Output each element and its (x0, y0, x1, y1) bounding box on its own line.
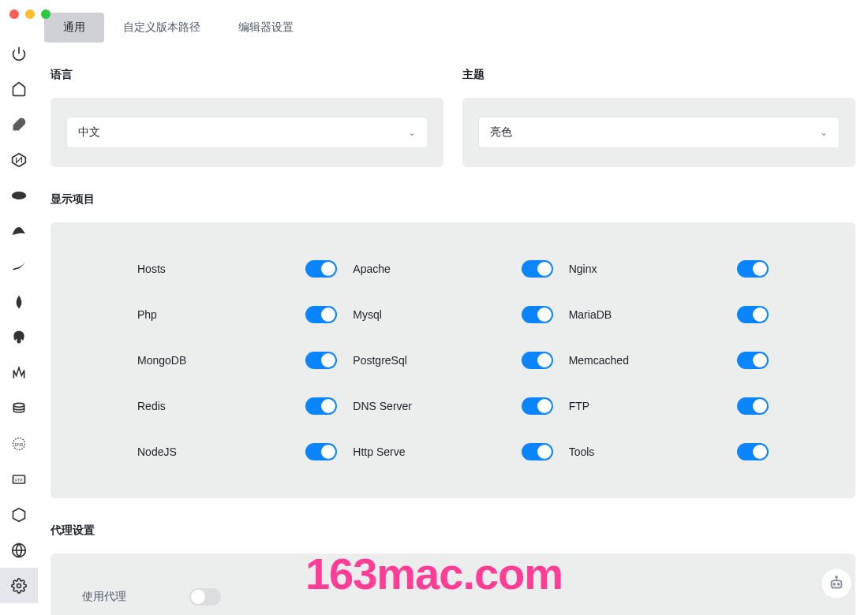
theme-select[interactable]: 亮色 ⌄ (478, 117, 840, 148)
section-title-theme: 主题 (462, 68, 855, 82)
show-items-card: HostsApacheNginxPhpMysqlMariaDBMongoDBPo… (51, 222, 855, 498)
proxy-label: 使用代理 (82, 590, 126, 604)
toggle-switch[interactable] (522, 306, 553, 323)
sidebar-item-postgresql[interactable] (0, 319, 38, 355)
toggle-item: MariaDB (569, 306, 769, 323)
toggle-label: NodeJS (137, 445, 290, 458)
mysql-icon (11, 223, 27, 239)
toggle-switch[interactable] (522, 443, 553, 460)
sidebar-item-mongodb[interactable] (0, 284, 38, 319)
toggle-item: Hosts (137, 260, 337, 278)
maximize-window-button[interactable] (41, 9, 51, 19)
feather-icon (11, 117, 27, 132)
toggle-label: Hosts (137, 263, 290, 275)
tab-general[interactable]: 通用 (44, 13, 104, 43)
toggle-switch[interactable] (305, 352, 337, 369)
nodejs-icon (11, 507, 27, 523)
toggle-label: Mysql (353, 308, 505, 321)
svg-text:DNS: DNS (15, 442, 24, 446)
redis-icon (11, 401, 27, 416)
switch-knob (753, 308, 767, 322)
switch-knob (537, 445, 552, 459)
toggle-switch[interactable] (737, 306, 769, 323)
toggle-switch[interactable] (737, 443, 769, 460)
home-icon (11, 81, 27, 97)
toggle-switch[interactable] (737, 397, 769, 415)
toggle-label: Apache (353, 263, 505, 275)
switch-knob (537, 399, 552, 413)
mongodb-icon (11, 294, 27, 310)
content-scroll[interactable]: 语言 中文 ⌄ 主题 亮色 ⌄ (38, 43, 868, 615)
toggle-switch[interactable] (305, 260, 337, 278)
toggle-switch[interactable] (522, 260, 553, 278)
toggle-switch[interactable] (305, 306, 337, 323)
svg-point-13 (833, 583, 835, 585)
svg-text:FTP: FTP (15, 477, 23, 482)
toggle-item: MongoDB (137, 352, 337, 369)
chevron-down-icon: ⌄ (820, 127, 828, 138)
toggle-label: DNS Server (353, 400, 505, 412)
toggle-item: Apache (353, 260, 552, 278)
toggle-switch[interactable] (737, 352, 769, 369)
chevron-down-icon: ⌄ (408, 127, 416, 138)
theme-card: 亮色 ⌄ (462, 98, 855, 167)
ftp-icon: FTP (11, 472, 27, 487)
toggle-label: MongoDB (137, 354, 290, 367)
toggle-item: Http Serve (353, 443, 552, 460)
toggle-item: Nginx (569, 260, 769, 278)
toggle-grid: HostsApacheNginxPhpMysqlMariaDBMongoDBPo… (66, 241, 840, 479)
nginx-icon (11, 152, 27, 168)
toggle-item: Memcached (569, 352, 769, 369)
sidebar-item-mysql[interactable] (0, 213, 38, 248)
switch-knob (191, 590, 205, 604)
sidebar-item-redis[interactable] (0, 390, 38, 426)
theme-select-value: 亮色 (490, 125, 512, 140)
sidebar-item-power[interactable] (0, 35, 38, 71)
section-title-proxy: 代理设置 (51, 524, 855, 538)
proxy-switch[interactable] (189, 588, 221, 606)
toggle-switch[interactable] (305, 397, 337, 415)
toggle-switch[interactable] (522, 352, 553, 369)
sidebar-item-ftp[interactable]: FTP (0, 461, 38, 497)
proxy-row: 使用代理 (66, 572, 840, 615)
switch-knob (537, 262, 552, 276)
postgresql-icon (11, 330, 27, 345)
sidebar-item-nginx[interactable] (0, 142, 38, 177)
sidebar-item-mariadb[interactable] (0, 248, 38, 284)
toggle-switch[interactable] (305, 443, 337, 460)
toggle-label: Php (137, 308, 290, 321)
php-icon (11, 188, 27, 203)
sidebar-item-home[interactable] (0, 71, 38, 106)
gear-icon (11, 578, 27, 594)
switch-knob (537, 353, 552, 367)
toggle-item: FTP (569, 397, 769, 415)
switch-knob (321, 308, 335, 322)
sidebar-item-http[interactable] (0, 532, 38, 568)
switch-knob (753, 399, 767, 413)
close-window-button[interactable] (9, 9, 19, 19)
switch-knob (753, 353, 767, 367)
memcached-icon (11, 365, 27, 381)
toggle-label: Nginx (569, 263, 721, 275)
sidebar-item-apache[interactable] (0, 106, 38, 142)
sidebar-item-nodejs[interactable] (0, 497, 38, 532)
switch-knob (321, 353, 335, 367)
language-card: 中文 ⌄ (51, 98, 443, 167)
sidebar-item-settings[interactable] (0, 568, 38, 603)
tab-editor-settings[interactable]: 编辑器设置 (219, 13, 312, 43)
toggle-label: MariaDB (569, 308, 721, 321)
sidebar-item-php[interactable] (0, 177, 38, 213)
toggle-switch[interactable] (522, 397, 553, 415)
globe-icon (11, 542, 27, 558)
switch-knob (537, 308, 552, 322)
minimize-window-button[interactable] (25, 9, 35, 19)
toggle-label: Memcached (569, 354, 721, 367)
tab-custom-path[interactable]: 自定义版本路径 (104, 13, 219, 43)
app-container: DNS FTP 通用 自定义版本路径 编辑器设置 语言 (0, 0, 868, 615)
toggle-switch[interactable] (737, 260, 769, 278)
language-select[interactable]: 中文 ⌄ (66, 117, 428, 148)
sidebar-item-memcached[interactable] (0, 355, 38, 390)
sidebar-item-dns[interactable]: DNS (0, 426, 38, 461)
toggle-label: Tools (569, 445, 721, 458)
chat-button[interactable] (821, 568, 852, 599)
